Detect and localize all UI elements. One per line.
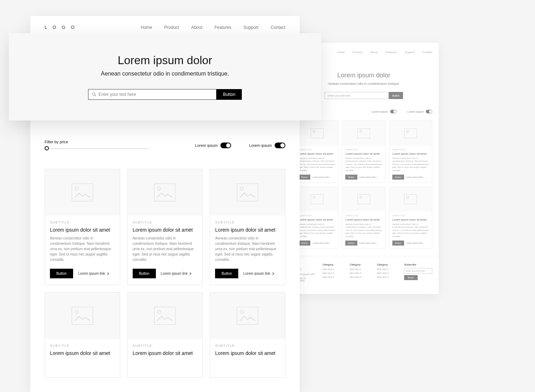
- search-input[interactable]: Enter your text here: [88, 89, 216, 100]
- back-nav-item[interactable]: Support: [404, 51, 414, 54]
- search-placeholder: Enter your text here: [98, 92, 136, 97]
- back-footer-link[interactable]: Item text 2: [350, 272, 370, 274]
- back-nav-item[interactable]: Product: [352, 51, 362, 54]
- card-button[interactable]: Button: [50, 269, 73, 278]
- back-card-button[interactable]: Button: [299, 241, 310, 246]
- back-footer-subscribe: Subscribe Enter your text here Button: [404, 263, 432, 283]
- back-card-button[interactable]: Button: [299, 175, 310, 180]
- card-subtitle: SUBTITLE: [133, 344, 198, 347]
- card-title: Lorem ipsum dolor sit amet: [50, 227, 115, 233]
- back-card-link[interactable]: Lorem ipsum link ›: [406, 242, 424, 244]
- chevron-right-icon: [107, 272, 109, 275]
- image-placeholder-icon: [296, 187, 338, 212]
- front-nav: Home Product About Features Support Cont…: [141, 25, 285, 30]
- back-card-link[interactable]: Lorem ipsum link ›: [406, 176, 424, 178]
- filter-row: Filter by price Lorem ipsum Lorem ipsum: [30, 140, 300, 151]
- filter-left: Filter by price: [45, 140, 148, 151]
- nav-contact[interactable]: Contact: [271, 25, 285, 30]
- back-subscribe-title: Subscribe: [404, 263, 432, 266]
- card-link[interactable]: Lorem ipsum link: [161, 272, 192, 275]
- card-image: [128, 293, 203, 339]
- hero-subtitle: Aenean consectetur odio in condimentum t…: [101, 71, 229, 77]
- back-footer-link[interactable]: Item text 2: [322, 272, 342, 274]
- card-link[interactable]: Lorem ipsum link: [78, 272, 109, 275]
- back-nav-item[interactable]: Features: [386, 51, 397, 54]
- svg-line-1: [95, 95, 96, 96]
- back-card-desc: Aenean consectetur odio in condimentum t…: [345, 157, 382, 172]
- back-footer-link[interactable]: Item text 1: [322, 268, 342, 270]
- back-card-subtitle: SUBTITLE: [299, 215, 335, 217]
- back-card-link[interactable]: Lorem ipsum link ›: [360, 176, 377, 178]
- nav-features[interactable]: Features: [214, 25, 231, 30]
- back-footer-link[interactable]: Item text 3: [322, 276, 342, 278]
- back-card: SUBTITLE Lorem ipsum dolor sit amet Aene…: [389, 186, 432, 249]
- back-search-button[interactable]: Button: [389, 92, 403, 99]
- back-card-title: Lorem ipsum dolor sit amet: [299, 218, 335, 221]
- logo[interactable]: L O G O: [45, 25, 77, 30]
- price-slider[interactable]: [45, 146, 148, 151]
- card-link[interactable]: Lorem ipsum link: [243, 272, 275, 275]
- back-footer-category: Category: [350, 263, 370, 266]
- back-footer-link[interactable]: Item text 1: [350, 268, 370, 270]
- card-image: [210, 293, 285, 339]
- back-card-link[interactable]: Lorem ipsum link ›: [312, 242, 330, 244]
- back-footer-link[interactable]: Item text 1: [377, 268, 397, 270]
- back-toggle1[interactable]: [390, 110, 397, 113]
- slider-track: [45, 148, 148, 149]
- back-card-button[interactable]: Button: [392, 241, 404, 246]
- back-nav-item[interactable]: Home: [337, 51, 345, 54]
- nav-home[interactable]: Home: [141, 25, 152, 30]
- back-footer-category: Category: [377, 263, 397, 266]
- hero-title: Lorem ipsum dolor: [118, 54, 212, 67]
- back-search-input[interactable]: ⌕ Enter your text here: [325, 92, 389, 99]
- back-toggle2[interactable]: [426, 110, 432, 113]
- slider-handle[interactable]: [45, 146, 49, 150]
- back-subscribe-input[interactable]: Enter your text here: [404, 268, 432, 274]
- card-button[interactable]: Button: [215, 269, 238, 278]
- back-footer-link[interactable]: Item text 2: [377, 272, 397, 274]
- back-card-subtitle: SUBTITLE: [345, 149, 382, 151]
- card-title: Lorem ipsum dolor sit amet: [133, 227, 198, 233]
- back-card-title: Lorem ipsum dolor sit amet: [392, 152, 429, 155]
- toggle1[interactable]: [220, 143, 231, 148]
- back-card-link[interactable]: Lorem ipsum link ›: [312, 176, 330, 178]
- toggle2[interactable]: [275, 143, 285, 148]
- back-subscribe-button[interactable]: Button: [404, 275, 417, 280]
- back-card-subtitle: SUBTITLE: [392, 149, 429, 151]
- twitter-icon[interactable]: 𝕏: [300, 268, 302, 272]
- card-subtitle: SUBTITLE: [215, 344, 280, 347]
- back-footer-link[interactable]: Item text 3: [350, 276, 370, 278]
- card-grid: SUBTITLE Lorem ipsum dolor sit amet Aene…: [30, 169, 300, 378]
- back-card-subtitle: SUBTITLE: [299, 149, 335, 151]
- back-card-button[interactable]: Button: [345, 241, 357, 246]
- back-card-desc: Aenean consectetur odio in condimentum t…: [299, 223, 335, 238]
- nav-about[interactable]: About: [191, 25, 202, 30]
- back-card-title: Lorem ipsum dolor sit amet: [299, 152, 335, 155]
- back-grid: SUBTITLE Lorem ipsum dolor sit amet Aene…: [289, 120, 439, 249]
- product-card: SUBTITLE Lorem ipsum dolor sit amet: [45, 292, 120, 378]
- card-title: Lorem ipsum dolor sit amet: [215, 350, 280, 356]
- back-footer-link[interactable]: Item text 3: [377, 276, 397, 278]
- back-card-subtitle: SUBTITLE: [392, 215, 429, 217]
- back-card-button[interactable]: Button: [392, 175, 404, 180]
- back-card-button[interactable]: Button: [345, 175, 357, 180]
- search-button[interactable]: Button: [216, 89, 242, 100]
- back-card-link[interactable]: Lorem ipsum link ›: [360, 242, 377, 244]
- card-description: Aenean consectetur odio in condimentum t…: [215, 236, 280, 262]
- nav-support[interactable]: Support: [244, 25, 259, 30]
- card-subtitle: SUBTITLE: [215, 221, 280, 224]
- product-card: SUBTITLE Lorem ipsum dolor sit amet Aene…: [210, 169, 285, 285]
- nav-product[interactable]: Product: [164, 25, 179, 30]
- card-button[interactable]: Button: [133, 269, 156, 278]
- back-card: SUBTITLE Lorem ipsum dolor sit amet Aene…: [295, 186, 338, 249]
- card-title: Lorem ipsum dolor sit amet: [133, 350, 198, 356]
- card-image: [128, 169, 203, 216]
- back-nav-item[interactable]: Contact: [422, 51, 432, 54]
- back-nav-item[interactable]: About: [370, 51, 378, 54]
- image-placeholder-icon: [296, 121, 338, 146]
- chevron-right-icon: [189, 272, 192, 275]
- image-placeholder-icon: [389, 121, 432, 146]
- back-card-title: Lorem ipsum dolor sit amet: [345, 152, 382, 155]
- card-subtitle: SUBTITLE: [133, 221, 198, 224]
- toggle2-label: Lorem ipsum: [249, 143, 272, 148]
